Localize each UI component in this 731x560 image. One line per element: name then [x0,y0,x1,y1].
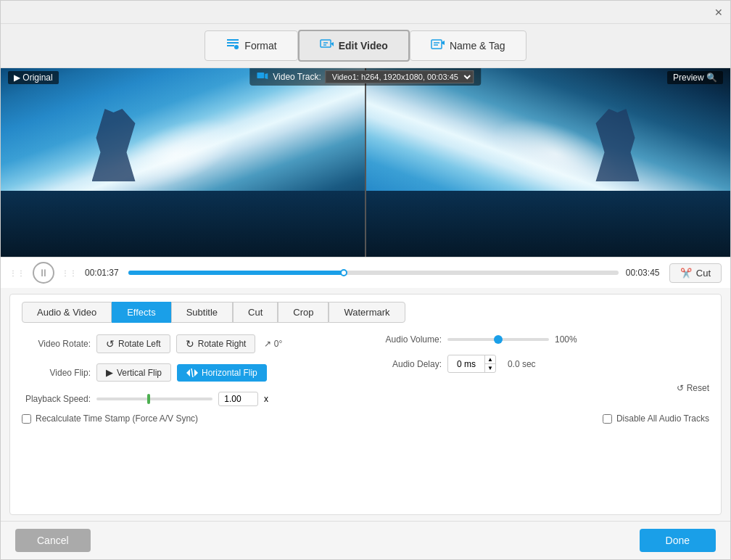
video-frames [1,68,730,257]
svg-marker-13 [265,73,268,79]
left-controls: Video Rotate: ↺ Rotate Left ↻ Rotate Rig… [22,334,358,406]
pause-button[interactable]: ⏸ [33,262,54,284]
sub-tab-watermark[interactable]: Watermark [329,302,405,323]
delay-spinners: ▲ ▼ [484,355,495,372]
svg-marker-14 [186,369,190,376]
sub-tab-cut[interactable]: Cut [233,302,278,323]
recalculate-checkbox[interactable] [22,414,31,424]
edit-video-icon [320,37,334,54]
audio-delay-row: Audio Delay: ▲ ▼ 0.0 sec [373,355,709,373]
svg-rect-4 [321,40,331,47]
video-flip-label: Video Flip: [22,368,91,378]
cut-tab-label: Cut [248,307,263,318]
bottom-bar: Cancel Done [1,521,730,559]
disable-audio-label: Disable All Audio Tracks [616,413,709,424]
recalculate-label: Recalculate Time Stamp (Force A/V Sync) [36,413,198,424]
track-icon [257,72,268,83]
right-controls: Audio Volume: 100% Audio Delay: ▲ ▼ 0.0 … [373,334,709,406]
delay-sec-value: 0.0 sec [508,359,536,369]
audio-volume-row: Audio Volume: 100% [373,334,709,345]
done-button[interactable]: Done [640,529,716,552]
reset-label: Reset [687,383,709,393]
current-time: 00:01:37 [85,268,121,278]
seek-thumb[interactable] [340,269,347,276]
vertical-flip-icon: ▶ [106,367,113,378]
svg-rect-0 [227,39,239,41]
svg-line-16 [191,368,193,377]
total-time: 00:03:45 [626,268,662,278]
video-section: ▶ Original Preview 🔍 Video Track: Video1… [1,68,730,257]
horizontal-flip-icon [186,368,198,378]
effects-label: Effects [127,307,156,318]
speed-track [96,392,212,405]
seek-bar[interactable] [128,271,619,275]
tab-format[interactable]: Format [205,30,297,61]
reset-button[interactable]: ↺ Reset [677,383,709,393]
cut-label: Cut [696,268,711,279]
angle-display: ↗ 0° [264,339,282,349]
volume-value: 100% [555,334,577,345]
svg-point-3 [234,45,239,49]
tab-name-tag[interactable]: Name & Tag [410,30,526,61]
reset-container: ↺ Reset [373,383,709,393]
name-tag-tab-label: Name & Tag [450,40,505,52]
video-frame-left [1,68,366,257]
speed-input[interactable] [218,392,258,406]
delay-down-arrow[interactable]: ▼ [485,364,495,372]
volume-slider[interactable] [447,338,549,341]
video-frame-right [366,68,730,257]
vertical-flip-button[interactable]: ▶ Vertical Flip [96,363,171,382]
video-track-select[interactable]: Video1: h264, 1920x1080, 00:03:45 [326,70,474,83]
rotate-right-label: Rotate Right [198,339,247,349]
horizontal-flip-button[interactable]: Horizontal Flip [177,364,267,382]
pause-icon: ⏸ [38,267,49,279]
playback-speed-row: Playback Speed: x [22,392,358,406]
close-button[interactable]: ✕ [713,7,724,18]
audio-video-label: Audio & Video [37,307,96,318]
dots-right: ⋮⋮ [62,269,78,277]
scissors-icon: ✂️ [680,268,692,279]
crop-label: Crop [293,307,313,318]
rotate-left-button[interactable]: ↺ Rotate Left [96,334,170,353]
preview-label: Preview 🔍 [667,71,723,84]
svg-marker-15 [194,369,198,376]
speed-track-bg [96,398,212,400]
edit-video-tab-label: Edit Video [339,40,388,52]
controls-grid: Video Rotate: ↺ Rotate Left ↻ Rotate Rig… [22,334,709,406]
disable-audio-row: Disable All Audio Tracks [603,413,709,424]
tab-edit-video[interactable]: Edit Video [298,30,410,62]
rotate-right-button[interactable]: ↻ Rotate Right [176,334,256,353]
horizontal-flip-label: Horizontal Flip [202,368,257,378]
sub-tab-effects[interactable]: Effects [112,302,171,323]
sub-tab-crop[interactable]: Crop [278,302,329,323]
main-window: ✕ Format Edit Video Name & Tag ▶ Origina… [0,0,731,560]
delay-ms-container: ▲ ▼ [447,355,496,373]
format-icon [226,37,240,54]
sub-tab-audio-video[interactable]: Audio & Video [22,302,112,323]
sub-tabs: Audio & Video Effects Subtitle Cut Crop … [22,302,709,323]
video-rotate-label: Video Rotate: [22,339,91,349]
reset-icon: ↺ [677,383,684,393]
svg-rect-12 [257,73,264,78]
name-tag-icon [431,37,445,54]
delay-up-arrow[interactable]: ▲ [485,355,495,364]
delay-ms-input[interactable] [448,358,484,371]
rotate-left-icon: ↺ [106,338,115,350]
sub-tab-subtitle[interactable]: Subtitle [171,302,233,323]
disable-audio-checkbox[interactable] [603,414,612,424]
video-track-bar: Video Track: Video1: h264, 1920x1080, 00… [249,68,481,86]
rotate-left-label: Rotate Left [118,339,161,349]
video-rotate-row: Video Rotate: ↺ Rotate Left ↻ Rotate Rig… [22,334,358,353]
format-tab-label: Format [244,40,276,52]
vertical-flip-label: Vertical Flip [117,368,162,378]
seek-progress [128,271,344,275]
cut-button[interactable]: ✂️ Cut [669,263,722,283]
original-label: ▶ Original [8,71,59,84]
svg-rect-1 [227,42,239,44]
checkboxes-row: Recalculate Time Stamp (Force A/V Sync) … [22,413,709,424]
tab-bar: Format Edit Video Name & Tag [1,24,730,68]
watermark-label: Watermark [344,307,389,318]
video-flip-row: Video Flip: ▶ Vertical Flip Horizontal F… [22,363,358,382]
speed-thumb [147,394,150,404]
cancel-button[interactable]: Cancel [15,529,91,552]
